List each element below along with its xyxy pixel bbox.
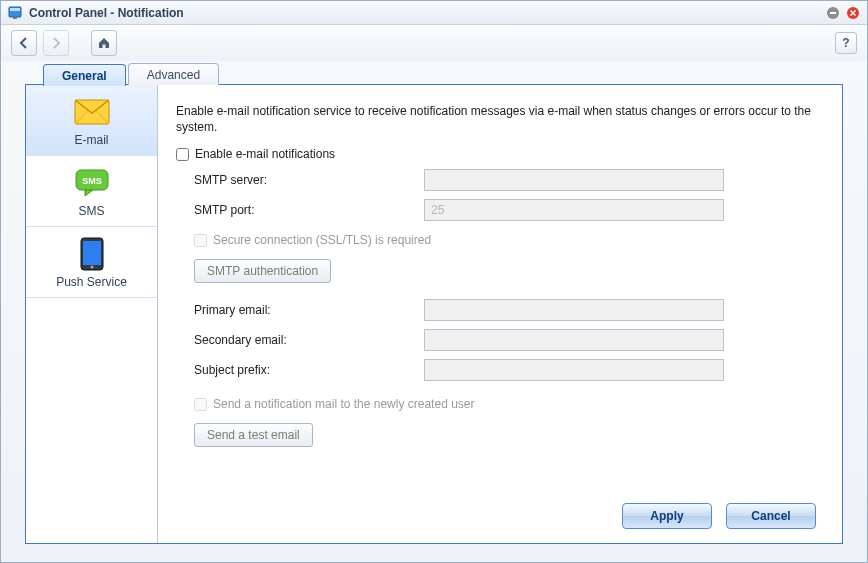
sidebar-item-push[interactable]: Push Service bbox=[26, 227, 157, 298]
content-area: General Advanced E-mail bbox=[1, 61, 867, 562]
enable-notifications-checkbox-label[interactable]: Enable e-mail notifications bbox=[176, 147, 335, 161]
secure-connection-row[interactable]: Secure connection (SSL/TLS) is required bbox=[194, 233, 431, 247]
primary-email-input[interactable] bbox=[424, 299, 724, 321]
back-button[interactable] bbox=[11, 30, 37, 56]
forward-button[interactable] bbox=[43, 30, 69, 56]
svg-text:SMS: SMS bbox=[82, 176, 102, 186]
tabs: General Advanced bbox=[25, 61, 843, 85]
home-button[interactable] bbox=[91, 30, 117, 56]
window: Control Panel - Notification ? General A… bbox=[0, 0, 868, 563]
window-title: Control Panel - Notification bbox=[29, 6, 184, 20]
sidebar-item-label: Push Service bbox=[30, 275, 153, 289]
send-new-user-checkbox[interactable] bbox=[194, 398, 207, 411]
toolbar: ? bbox=[1, 25, 867, 61]
sidebar-item-sms[interactable]: SMS SMS bbox=[26, 156, 157, 227]
smtp-server-input[interactable] bbox=[424, 169, 724, 191]
minimize-icon[interactable] bbox=[825, 5, 841, 21]
secure-connection-checkbox[interactable] bbox=[194, 234, 207, 247]
svg-rect-1 bbox=[10, 8, 20, 11]
intro-text: Enable e-mail notification service to re… bbox=[176, 103, 816, 135]
enable-notifications-checkbox[interactable] bbox=[176, 148, 189, 161]
send-test-email-button[interactable]: Send a test email bbox=[194, 423, 313, 447]
svg-point-11 bbox=[90, 266, 93, 269]
svg-rect-2 bbox=[13, 17, 17, 19]
sms-icon: SMS bbox=[30, 166, 153, 200]
tab-advanced[interactable]: Advanced bbox=[128, 63, 219, 85]
smtp-server-label: SMTP server: bbox=[194, 173, 424, 187]
send-new-user-label: Send a notification mail to the newly cr… bbox=[213, 397, 474, 411]
primary-email-label: Primary email: bbox=[194, 303, 424, 317]
svg-rect-10 bbox=[83, 241, 101, 265]
close-icon[interactable] bbox=[845, 5, 861, 21]
smtp-auth-button[interactable]: SMTP authentication bbox=[194, 259, 331, 283]
sidebar: E-mail SMS SMS bbox=[26, 85, 158, 543]
form-area: Enable e-mail notification service to re… bbox=[158, 85, 842, 543]
control-panel-icon bbox=[7, 5, 23, 21]
tab-general[interactable]: General bbox=[43, 64, 126, 86]
smtp-port-input[interactable] bbox=[424, 199, 724, 221]
svg-rect-4 bbox=[830, 12, 836, 14]
secondary-email-input[interactable] bbox=[424, 329, 724, 351]
footer: Apply Cancel bbox=[176, 495, 816, 529]
sidebar-item-email[interactable]: E-mail bbox=[26, 85, 157, 156]
panel: E-mail SMS SMS bbox=[25, 84, 843, 544]
secure-connection-label: Secure connection (SSL/TLS) is required bbox=[213, 233, 431, 247]
sidebar-item-label: SMS bbox=[30, 204, 153, 218]
subject-prefix-label: Subject prefix: bbox=[194, 363, 424, 377]
enable-notifications-label: Enable e-mail notifications bbox=[195, 147, 335, 161]
push-icon bbox=[30, 237, 153, 271]
email-icon bbox=[30, 95, 153, 129]
send-new-user-row[interactable]: Send a notification mail to the newly cr… bbox=[194, 397, 474, 411]
secondary-email-label: Secondary email: bbox=[194, 333, 424, 347]
cancel-button[interactable]: Cancel bbox=[726, 503, 816, 529]
apply-button[interactable]: Apply bbox=[622, 503, 712, 529]
sidebar-item-label: E-mail bbox=[30, 133, 153, 147]
subject-prefix-input[interactable] bbox=[424, 359, 724, 381]
smtp-port-label: SMTP port: bbox=[194, 203, 424, 217]
help-button[interactable]: ? bbox=[835, 32, 857, 54]
titlebar: Control Panel - Notification bbox=[1, 1, 867, 25]
